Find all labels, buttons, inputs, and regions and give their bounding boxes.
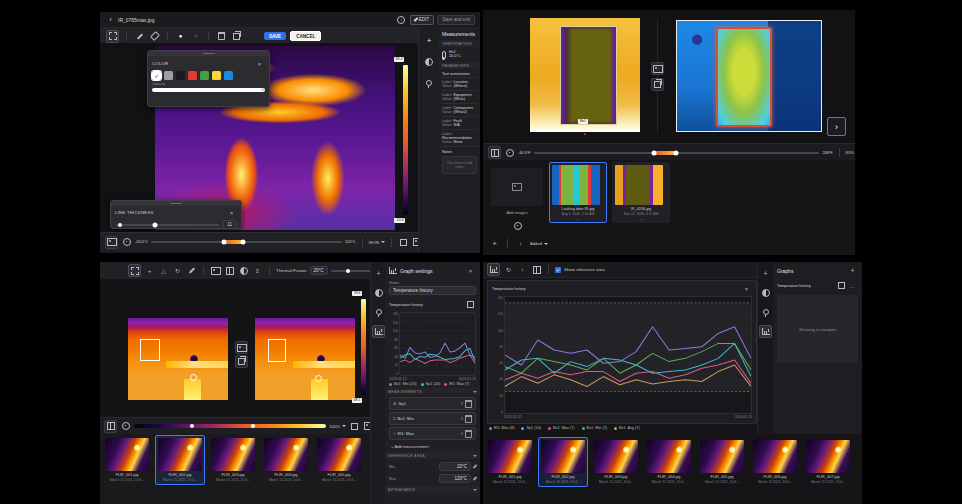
auto-adjust-icon[interactable] xyxy=(120,421,131,432)
delta-tool-button[interactable]: △ xyxy=(158,265,169,276)
lightbulb-icon[interactable] xyxy=(424,77,435,88)
thumb-menu-icon[interactable]: … xyxy=(615,216,667,220)
link-icon[interactable]: ‖ xyxy=(461,401,463,406)
filled-circle-tool-button[interactable]: ● xyxy=(175,31,186,42)
close-icon[interactable]: × xyxy=(254,58,265,69)
back-icon[interactable]: ‹ xyxy=(105,14,116,25)
line-thickness-dialog[interactable]: LINE THICKNESS × 11 xyxy=(110,200,242,229)
measurement-row[interactable]: ○ El1: Max ‖ xyxy=(389,427,476,440)
filmstrip-thumb[interactable]: FLIR_003.jpg March 15 2021, 10:4... xyxy=(591,437,641,487)
sort-direction-icon[interactable]: ↑ xyxy=(515,238,526,249)
link-images-icon[interactable] xyxy=(235,355,248,368)
info-icon[interactable]: i xyxy=(396,14,407,25)
opacity-slider[interactable] xyxy=(152,88,265,92)
color-swatch[interactable] xyxy=(164,71,173,80)
cancel-button[interactable]: CANCEL xyxy=(290,31,321,41)
notes-placeholder[interactable]: Click here to add notes xyxy=(442,156,477,174)
thermal-image-left[interactable] xyxy=(128,318,228,400)
palette-slider[interactable] xyxy=(134,424,326,428)
close-icon[interactable]: × xyxy=(741,283,752,294)
sort-dropdown[interactable]: Added xyxy=(530,241,548,246)
contrast-icon[interactable] xyxy=(760,287,771,298)
select-tool-button[interactable] xyxy=(106,30,119,43)
filmstrip-thumb[interactable]: FLIR_002.jpg March 15 2021, 10:4... xyxy=(155,435,205,485)
fusion-mode-label[interactable]: Thermal Fusion xyxy=(276,268,307,273)
duplicate-icon[interactable] xyxy=(231,31,242,42)
graph-preview-card[interactable]: Showing in viewport xyxy=(777,295,858,363)
filmstrip-thumb[interactable]: FLIR_001.jpg March 15 2021, 10:4... xyxy=(485,437,535,487)
box-annotation[interactable] xyxy=(140,339,160,361)
color-swatch[interactable] xyxy=(188,71,197,80)
thumb-menu-icon[interactable]: … xyxy=(552,216,604,220)
thickness-value[interactable]: 11 xyxy=(223,220,236,229)
measurement-row[interactable]: □ Bx1: Min ‖ xyxy=(389,412,476,425)
save-exit-button[interactable]: Save and exit xyxy=(437,15,475,25)
auto-adjust-icon[interactable] xyxy=(121,237,132,248)
thermal-image-right[interactable] xyxy=(676,20,822,132)
filmstrip-thumb[interactable]: FLIR_005.jpg March 15 2021, 10:4... xyxy=(314,435,364,485)
more-menu-icon[interactable]: … xyxy=(847,280,858,291)
palette-dropdown[interactable]: IRON xyxy=(369,240,385,245)
chart-view-icon[interactable] xyxy=(487,263,500,276)
annotation-field[interactable]: Label: Recommendation Value: None xyxy=(442,129,477,146)
expand-icon[interactable] xyxy=(465,299,476,310)
spot-annotation[interactable] xyxy=(190,374,197,381)
eraser-tool-button[interactable] xyxy=(149,31,160,42)
edit-icon[interactable] xyxy=(473,464,478,469)
zoom-dropdown[interactable]: 100% xyxy=(329,424,346,429)
appearance-section-header[interactable]: Appearance xyxy=(385,486,480,493)
image-mode-icon[interactable] xyxy=(210,265,221,276)
annotation-field[interactable]: Label: Equipment Value: (What) xyxy=(442,90,477,103)
link-images-icon[interactable] xyxy=(651,78,664,91)
link-icon[interactable]: ‖ xyxy=(461,431,463,436)
blend-mode-icon[interactable] xyxy=(238,265,249,276)
add-graph-icon[interactable]: + xyxy=(847,265,858,276)
filmstrip-thumb[interactable]: FLIR_003.jpg March 15 2021, 10:4... xyxy=(208,435,258,485)
spot-measurement-row[interactable]: Hs1 20.0°C xyxy=(439,47,480,62)
lightbulb-icon[interactable] xyxy=(373,306,384,317)
chart-icon[interactable] xyxy=(759,325,772,338)
measurement-row[interactable]: ⊙ Sp1 ‖ xyxy=(389,397,476,410)
link-icon[interactable]: ‖ xyxy=(461,416,463,421)
split-view-icon[interactable] xyxy=(488,146,501,159)
next-image-button[interactable]: › xyxy=(827,117,846,136)
save-button[interactable]: SAVE xyxy=(264,32,286,40)
annotation-field[interactable]: Label: Component Value: (What2) xyxy=(442,103,477,116)
annotation-field[interactable]: Label: Location Value: (Where) xyxy=(442,77,477,90)
thermal-image-right[interactable] xyxy=(255,318,355,400)
export-icon[interactable]: ↑ xyxy=(517,264,528,275)
reference-min-input[interactable]: 20°C xyxy=(439,462,471,471)
graph-name-input[interactable]: Temperature history xyxy=(389,286,476,295)
zoom-dropdown[interactable]: 83% xyxy=(846,150,855,155)
reference-max-input[interactable]: 120°C xyxy=(439,474,471,483)
lightbulb-icon[interactable] xyxy=(760,306,771,317)
compare-thumb-card[interactable]: Leaking door IR.jpg Aug 5, 2045, 2:10 AM… xyxy=(549,162,607,223)
fusion-low-value[interactable]: 20°C xyxy=(310,266,328,275)
pen-tool-button[interactable] xyxy=(134,31,145,42)
trash-icon[interactable] xyxy=(465,415,472,423)
trash-icon[interactable] xyxy=(216,31,227,42)
filmstrip-thumb[interactable]: FLIR_004.jpg March 15 2021, 10:4... xyxy=(644,437,694,487)
add-measurement-icon[interactable]: + xyxy=(373,268,384,279)
compare-thumb-card[interactable]: IR_0206.jpg Nov 24, 2008, 8:27 AM … xyxy=(612,162,670,223)
close-icon[interactable]: × xyxy=(465,265,476,276)
annotation-field[interactable]: Label: Fault Value: N/A xyxy=(442,116,477,129)
box-annotation[interactable] xyxy=(268,339,286,362)
fit-view-icon[interactable] xyxy=(398,237,409,248)
add-icon[interactable]: + xyxy=(489,238,500,249)
color-dialog[interactable]: COLOR × ✓ Opacity xyxy=(147,50,270,107)
edit-icon[interactable] xyxy=(473,476,478,481)
add-images-card[interactable] xyxy=(491,168,543,206)
edit-button[interactable]: EDIT xyxy=(410,15,434,25)
text-tool-button[interactable] xyxy=(186,265,197,276)
range-slider[interactable] xyxy=(534,152,820,154)
filmstrip-thumb[interactable]: FLIR_004.jpg March 15 2021, 10:4... xyxy=(261,435,311,485)
thermal-image-left[interactable]: Bx1 ▲ xyxy=(530,18,640,132)
outline-circle-tool-button[interactable]: ○ xyxy=(190,31,201,42)
trash-icon[interactable] xyxy=(465,400,472,408)
filmstrip-thumb[interactable]: FLIR_005.jpg March 15 2021, 10:4... xyxy=(697,437,747,487)
rotate-icon[interactable]: ↻ xyxy=(172,265,183,276)
color-swatch[interactable] xyxy=(176,71,185,80)
trash-icon[interactable] xyxy=(465,430,472,438)
auto-adjust-icon[interactable] xyxy=(504,147,515,158)
